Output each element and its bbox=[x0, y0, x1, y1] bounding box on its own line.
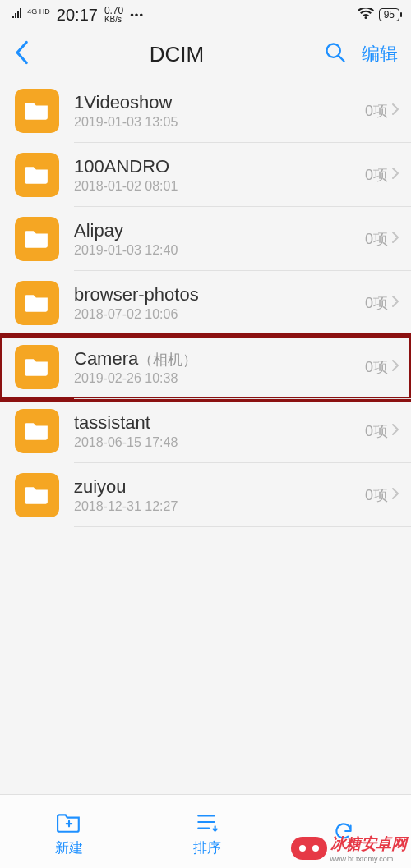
folder-info: 1Videoshow 2019-01-03 13:05 bbox=[74, 92, 365, 130]
folder-date: 2019-01-03 13:05 bbox=[74, 115, 365, 130]
folder-icon bbox=[15, 89, 59, 133]
sort-label: 排序 bbox=[193, 838, 221, 857]
signal-indicator: 4G HD bbox=[12, 8, 50, 21]
folder-count: 0项 bbox=[365, 293, 388, 313]
status-left: 4G HD 20:17 0.70 KB/s ••• bbox=[12, 6, 144, 25]
edit-button[interactable]: 编辑 bbox=[362, 42, 398, 67]
folder-info: zuiyou 2018-12-31 12:27 bbox=[74, 476, 365, 514]
watermark-icon bbox=[291, 837, 327, 860]
folder-list: 1Videoshow 2019-01-03 13:05 0项 100ANDRO … bbox=[0, 79, 411, 527]
folder-date: 2018-01-02 08:01 bbox=[74, 179, 365, 194]
chevron-right-icon bbox=[391, 359, 399, 375]
folder-name: zuiyou bbox=[74, 476, 365, 498]
folder-count: 0项 bbox=[365, 485, 388, 505]
watermark-text: 冰糖安卓网 bbox=[330, 834, 407, 855]
folder-row[interactable]: browser-photos 2018-07-02 10:06 0项 bbox=[0, 271, 411, 335]
folder-row[interactable]: zuiyou 2018-12-31 12:27 0项 bbox=[0, 463, 411, 527]
folder-name: tassistant bbox=[74, 412, 365, 434]
folder-row[interactable]: Camera（相机） 2019-02-26 10:38 0项 bbox=[0, 335, 411, 399]
new-folder-button[interactable]: 新建 bbox=[55, 810, 83, 857]
status-time: 20:17 bbox=[57, 6, 98, 25]
search-icon[interactable] bbox=[324, 41, 347, 67]
battery-indicator: 95 bbox=[379, 8, 399, 21]
folder-row[interactable]: 100ANDRO 2018-01-02 08:01 0项 bbox=[0, 143, 411, 207]
folder-count: 0项 bbox=[365, 165, 388, 185]
wifi-icon bbox=[358, 8, 374, 22]
watermark-url: www.bt.txtdmy.com bbox=[330, 855, 407, 863]
status-bar: 4G HD 20:17 0.70 KB/s ••• 95 bbox=[0, 0, 411, 30]
status-speed: 0.70 KB/s bbox=[104, 6, 123, 24]
folder-info: Alipay 2019-01-03 12:40 bbox=[74, 220, 365, 258]
folder-date: 2018-12-31 12:27 bbox=[74, 499, 365, 514]
folder-name: browser-photos bbox=[74, 284, 365, 305]
status-menu-dots: ••• bbox=[130, 9, 144, 21]
folder-date: 2019-01-03 12:40 bbox=[74, 243, 365, 258]
folder-icon bbox=[15, 281, 59, 325]
folder-icon bbox=[15, 217, 59, 261]
folder-date: 2018-06-15 17:48 bbox=[74, 435, 365, 450]
chevron-right-icon bbox=[391, 487, 399, 503]
sort-button[interactable]: 排序 bbox=[193, 810, 221, 857]
watermark: 冰糖安卓网 www.bt.txtdmy.com bbox=[291, 834, 407, 863]
folder-info: tassistant 2018-06-15 17:48 bbox=[74, 412, 365, 450]
folder-count: 0项 bbox=[365, 229, 388, 249]
folder-icon bbox=[15, 345, 59, 389]
folder-info: 100ANDRO 2018-01-02 08:01 bbox=[74, 156, 365, 194]
folder-date: 2018-07-02 10:06 bbox=[74, 307, 365, 322]
chevron-right-icon bbox=[391, 295, 399, 311]
chevron-right-icon bbox=[391, 103, 399, 119]
folder-count: 0项 bbox=[365, 357, 388, 377]
folder-row[interactable]: 1Videoshow 2019-01-03 13:05 0项 bbox=[0, 79, 411, 143]
folder-icon bbox=[15, 409, 59, 453]
folder-date: 2019-02-26 10:38 bbox=[74, 371, 365, 386]
folder-row[interactable]: Alipay 2019-01-03 12:40 0项 bbox=[0, 207, 411, 271]
status-right: 95 bbox=[358, 8, 399, 22]
nav-bar: DCIM 编辑 bbox=[0, 30, 411, 79]
chevron-right-icon bbox=[391, 167, 399, 183]
new-folder-label: 新建 bbox=[55, 838, 83, 857]
folder-icon bbox=[15, 153, 59, 197]
back-button[interactable] bbox=[13, 40, 30, 68]
folder-name: 1Videoshow bbox=[74, 92, 365, 113]
page-title: DCIM bbox=[150, 42, 204, 67]
folder-info: browser-photos 2018-07-02 10:06 bbox=[74, 284, 365, 322]
chevron-right-icon bbox=[391, 231, 399, 247]
folder-name: 100ANDRO bbox=[74, 156, 365, 177]
folder-info: Camera（相机） 2019-02-26 10:38 bbox=[74, 348, 365, 386]
folder-icon bbox=[15, 473, 59, 517]
folder-count: 0项 bbox=[365, 101, 388, 121]
folder-name: Alipay bbox=[74, 220, 365, 241]
folder-row[interactable]: tassistant 2018-06-15 17:48 0项 bbox=[0, 399, 411, 463]
chevron-right-icon bbox=[391, 423, 399, 439]
folder-count: 0项 bbox=[365, 421, 388, 441]
folder-name: Camera（相机） bbox=[74, 348, 365, 370]
